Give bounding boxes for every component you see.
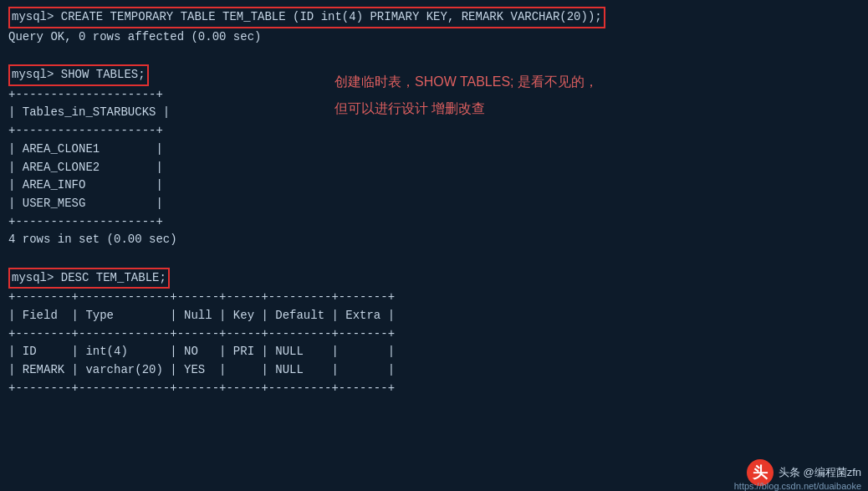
terminal-line-12: +--------------------+ <box>8 213 860 232</box>
terminal-line-2: Query OK, 0 rows affected (0.00 sec) <box>8 28 860 47</box>
terminal-line-19: | ID | int(4) | NO | PRI | NULL | | <box>8 343 860 361</box>
terminal-line-16: +--------+-------------+------+-----+---… <box>8 289 860 307</box>
watermark-label: 头条 @编程菌zfn <box>779 465 861 480</box>
desc-command-highlight: mysql> DESC TEM_TABLE; <box>8 268 170 289</box>
terminal-line-11: | USER_MESG | <box>8 195 860 213</box>
terminal-line-21: +--------+-------------+------+-----+---… <box>8 380 860 398</box>
show-tables-highlight: mysql> SHOW TABLES; <box>8 64 149 86</box>
annotation: 创建临时表，SHOW TABLES; 是看不见的， 但可以进行设计 增删改查 <box>334 69 598 122</box>
terminal-line-4: mysql> SHOW TABLES; <box>12 66 146 84</box>
terminal-line-9: | AREA_CLONE2 | <box>8 159 860 177</box>
terminal-line-20: | REMARK | varchar(20) | YES | | NULL | … <box>8 361 860 380</box>
watermark-url: https://blog.csdn.net/duaibaoke <box>734 481 861 491</box>
terminal-line-15: mysql> DESC TEM_TABLE; <box>12 269 166 288</box>
terminal-line-1: mysql> CREATE TEMPORARY TABLE TEM_TABLE … <box>12 8 602 27</box>
terminal-line-18: +--------+-------------+------+-----+---… <box>8 325 860 344</box>
annotation-line-1: 创建临时表，SHOW TABLES; 是看不见的， <box>334 69 598 95</box>
terminal-window: mysql> CREATE TEMPORARY TABLE TEM_TABLE … <box>0 0 868 491</box>
terminal-line-8: | AREA_CLONE1 | <box>8 141 860 159</box>
terminal-line-13: 4 rows in set (0.00 sec) <box>8 231 860 249</box>
annotation-line-2: 但可以进行设计 增删改查 <box>334 95 598 122</box>
terminal-line-10: | AREA_INFO | <box>8 176 860 195</box>
terminal-line-7: +--------------------+ <box>8 122 860 141</box>
create-command-highlight: mysql> CREATE TEMPORARY TABLE TEM_TABLE … <box>8 7 605 28</box>
terminal-line-17: | Field | Type | Null | Key | Default | … <box>8 307 860 325</box>
